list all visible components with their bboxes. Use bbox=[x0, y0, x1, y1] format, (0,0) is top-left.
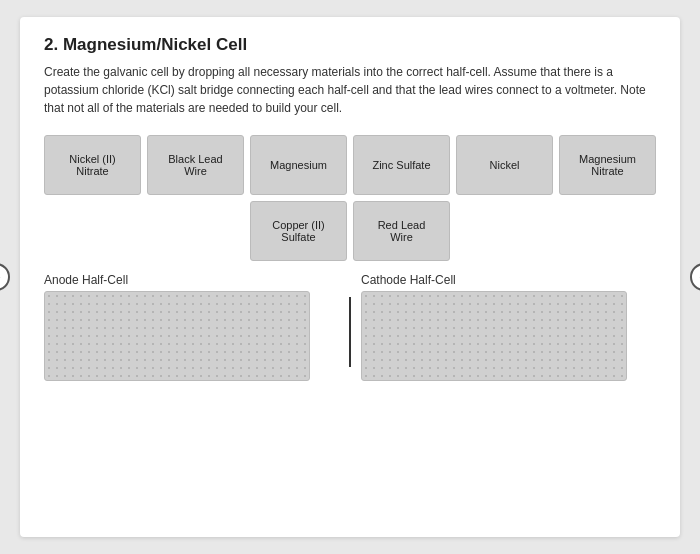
card-magnesium-nitrate[interactable]: MagnesiumNitrate bbox=[559, 135, 656, 195]
card-zinc-sulfate[interactable]: Zinc Sulfate bbox=[353, 135, 450, 195]
cathode-section: Cathode Half-Cell bbox=[361, 273, 656, 381]
empty-slot-4 bbox=[559, 201, 656, 261]
card-nickel-ii-nitrate[interactable]: Nickel (II)Nitrate bbox=[44, 135, 141, 195]
anode-label: Anode Half-Cell bbox=[44, 273, 339, 287]
next-arrow[interactable]: → bbox=[690, 263, 700, 291]
cathode-drop-zone[interactable] bbox=[361, 291, 627, 381]
half-cells-area: Anode Half-Cell Cathode Half-Cell bbox=[44, 273, 656, 381]
card-red-lead-wire[interactable]: Red LeadWire bbox=[353, 201, 450, 261]
main-page: ← → 2. Magnesium/Nickel Cell Create the … bbox=[20, 17, 680, 537]
page-title: 2. Magnesium/Nickel Cell bbox=[44, 35, 656, 55]
card-nickel[interactable]: Nickel bbox=[456, 135, 553, 195]
card-black-lead-wire[interactable]: Black LeadWire bbox=[147, 135, 244, 195]
card-copper-ii-sulfate[interactable]: Copper (II)Sulfate bbox=[250, 201, 347, 261]
instructions-text: Create the galvanic cell by dropping all… bbox=[44, 63, 656, 117]
materials-row1: Nickel (II)Nitrate Black LeadWire Magnes… bbox=[44, 135, 656, 195]
anode-drop-zone[interactable] bbox=[44, 291, 310, 381]
empty-slot-3 bbox=[456, 201, 553, 261]
empty-slot-2 bbox=[147, 201, 244, 261]
empty-slot-1 bbox=[44, 201, 141, 261]
anode-section: Anode Half-Cell bbox=[44, 273, 339, 381]
cell-divider bbox=[349, 297, 351, 367]
cathode-label: Cathode Half-Cell bbox=[361, 273, 656, 287]
prev-arrow[interactable]: ← bbox=[0, 263, 10, 291]
card-magnesium[interactable]: Magnesium bbox=[250, 135, 347, 195]
materials-row2: Copper (II)Sulfate Red LeadWire bbox=[44, 201, 656, 261]
